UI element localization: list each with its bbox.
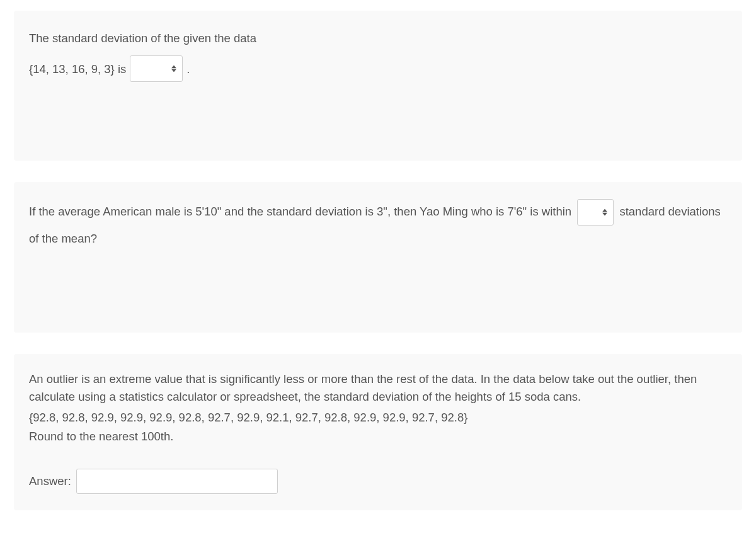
- question-3-round: Round to the nearest 100th.: [29, 430, 727, 444]
- question-card-1: The standard deviation of the given the …: [14, 11, 742, 161]
- answer-select-q2[interactable]: [577, 199, 614, 226]
- question-card-3: An outlier is an extreme value that is s…: [14, 354, 742, 510]
- question-3-intro: An outlier is an extreme value that is s…: [29, 370, 727, 406]
- answer-input-q3[interactable]: [76, 469, 278, 494]
- question-1-data: {14, 13, 16, 9, 3} is: [29, 58, 126, 80]
- answer-label: Answer:: [29, 474, 71, 488]
- question-3-data: {92.8, 92.8, 92.9, 92.9, 92.9, 92.8, 92.…: [29, 411, 727, 425]
- question-1-line-1: The standard deviation of the given the …: [29, 27, 727, 49]
- answer-select-q1[interactable]: [130, 55, 183, 82]
- question-card-2: If the average American male is 5'10" an…: [14, 182, 742, 333]
- question-1-period: .: [186, 58, 190, 80]
- question-2-text-before: If the average American male is 5'10" an…: [29, 205, 571, 218]
